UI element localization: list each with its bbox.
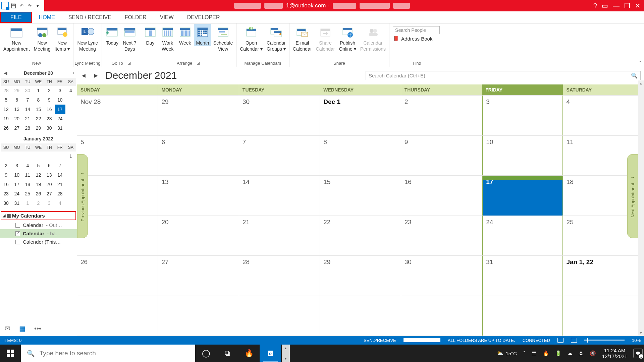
day-cell[interactable]: 29 <box>320 256 401 296</box>
mini-day[interactable]: 29 <box>33 123 44 133</box>
mini-day[interactable]: 2 <box>33 198 44 208</box>
mini-day[interactable]: 20 <box>11 114 22 123</box>
day-cell[interactable]: 9 <box>401 136 482 176</box>
tab-developer[interactable]: DEVELOPER <box>180 11 227 23</box>
calendar-list-item[interactable]: Calendar - Out… <box>0 221 77 229</box>
tray-flame-icon[interactable]: 🔥 <box>543 350 549 356</box>
mini-day[interactable]: 27 <box>44 189 55 198</box>
new-meeting-button[interactable]: New Meeting <box>32 24 53 52</box>
mini-day[interactable]: 30 <box>44 123 55 133</box>
mini-day[interactable]: 3 <box>44 198 55 208</box>
zoom-slider[interactable] <box>584 340 625 341</box>
next-appointment-handle[interactable]: → Next Appointment <box>627 154 638 238</box>
mini-day[interactable]: 5 <box>1 95 11 105</box>
close-button[interactable]: ✕ <box>635 2 641 10</box>
day-cell[interactable]: 15 <box>320 176 401 216</box>
day-cell[interactable]: 8 <box>320 136 401 176</box>
mini-day[interactable] <box>33 152 44 161</box>
day-cell[interactable]: 2 <box>401 96 482 136</box>
mini-day[interactable]: 24 <box>55 114 65 123</box>
new-lync-meeting-button[interactable]: L New Lync Meeting <box>75 24 100 52</box>
mini-day[interactable]: 8 <box>33 95 44 105</box>
mini-day[interactable]: 1 <box>22 198 33 208</box>
mini-day[interactable] <box>44 152 55 161</box>
day-cell[interactable] <box>239 296 320 336</box>
mini-day[interactable]: 11 <box>22 170 33 180</box>
mini-day[interactable]: 4 <box>22 161 33 170</box>
tray-volume-icon[interactable]: 🔇 <box>590 350 596 356</box>
mini-day[interactable]: 30 <box>22 86 33 95</box>
mini-day[interactable]: 9 <box>44 95 55 105</box>
mini-day[interactable]: 28 <box>1 86 11 95</box>
publish-online-button[interactable]: Publish Online ▾ <box>337 24 358 52</box>
taskbar-app-outlook-icon[interactable]: o <box>260 345 281 362</box>
mini-day[interactable]: 3 <box>55 86 65 95</box>
day-cell[interactable]: Dec 1 <box>320 96 401 136</box>
collapse-ribbon-icon[interactable]: ˄ <box>639 60 641 66</box>
previous-appointment-handle[interactable]: ← Previous Appointment <box>77 154 88 238</box>
prev-period-icon[interactable]: ◀ <box>80 71 87 79</box>
tab-file[interactable]: FILE <box>0 12 32 23</box>
month-view-button[interactable]: Month <box>194 24 211 46</box>
mini-day[interactable] <box>22 152 33 161</box>
new-appointment-button[interactable]: New Appointment <box>1 24 32 52</box>
mini-day[interactable]: 6 <box>11 95 22 105</box>
ribbon-display-button[interactable]: ▭ <box>602 2 608 10</box>
undo-icon[interactable]: ↶ <box>18 2 25 9</box>
mini-day[interactable]: 13 <box>11 105 22 114</box>
taskbar-app-flame-icon[interactable]: 🔥 <box>238 345 260 362</box>
mini-day[interactable]: 1 <box>33 86 44 95</box>
day-cell[interactable]: 7 <box>239 136 320 176</box>
month-grid[interactable]: Nov 282930Dec 12345678910111314151617182… <box>77 95 644 336</box>
mini-day[interactable] <box>1 152 11 161</box>
mini-day[interactable]: 21 <box>22 114 33 123</box>
mini-day[interactable]: 23 <box>1 189 11 198</box>
day-cell[interactable] <box>77 296 158 336</box>
dialog-launcher-icon[interactable]: ◢ <box>197 61 200 65</box>
new-items-button[interactable]: New Items ▾ <box>52 24 71 52</box>
taskbar-search-input[interactable]: 🔍 Type here to search <box>21 345 195 362</box>
tray-app-icon[interactable]: 🗔 <box>532 351 537 356</box>
tab-home[interactable]: HOME <box>32 11 62 23</box>
mini-day[interactable]: 4 <box>65 86 76 95</box>
day-cell[interactable]: 5 <box>77 136 158 176</box>
mini-day[interactable]: 30 <box>1 198 11 208</box>
dialog-launcher-icon[interactable]: ◢ <box>128 61 130 65</box>
prev-month-icon[interactable]: ◀ <box>4 71 7 75</box>
mini-day[interactable]: 14 <box>22 105 33 114</box>
next-month-icon[interactable]: ‹ <box>73 71 74 75</box>
day-cell[interactable] <box>77 176 158 216</box>
checkbox-icon[interactable] <box>15 240 20 244</box>
mini-day[interactable]: 24 <box>11 189 22 198</box>
tray-battery-icon[interactable]: 🔋 <box>555 350 561 356</box>
mini-day[interactable]: 4 <box>55 198 65 208</box>
day-view-button[interactable]: Day <box>142 24 159 46</box>
mini-day[interactable]: 21 <box>55 180 65 189</box>
calendar-groups-button[interactable]: Calendar Groups ▾ <box>265 24 288 52</box>
tray-network-icon[interactable]: 🖧 <box>579 351 584 356</box>
checkbox-icon[interactable]: ✓ <box>15 231 20 236</box>
mini-day[interactable]: 13 <box>44 170 55 180</box>
tray-chevron-icon[interactable]: ˄ <box>523 350 526 356</box>
mini-day[interactable]: 17 <box>55 105 65 114</box>
day-cell[interactable]: 30 <box>401 256 482 296</box>
weather-widget[interactable]: ⛅15°C <box>497 350 517 356</box>
open-calendar-button[interactable]: Open Calendar ▾ <box>238 24 265 52</box>
mini-day[interactable]: 12 <box>1 105 11 114</box>
schedule-view-button[interactable]: Schedule View <box>211 24 235 52</box>
day-cell[interactable]: 20 <box>158 216 239 256</box>
search-people-input[interactable]: Search People <box>393 26 440 34</box>
search-icon[interactable]: 🔍 <box>631 72 638 79</box>
day-cell[interactable] <box>563 296 644 336</box>
mini-day[interactable]: 2 <box>44 86 55 95</box>
vertical-scrollbar[interactable]: ▴▾ <box>638 80 644 336</box>
mini-day[interactable]: 17 <box>11 180 22 189</box>
today-button[interactable]: Today <box>103 24 121 46</box>
day-cell[interactable]: 23 <box>401 216 482 256</box>
search-calendar-input[interactable]: Search Calendar (Ctrl+E) 🔍 <box>366 71 641 80</box>
day-cell[interactable]: 13 <box>158 176 239 216</box>
mini-day[interactable]: 14 <box>55 170 65 180</box>
mini-day[interactable]: 6 <box>44 161 55 170</box>
mail-nav-icon[interactable]: ✉ <box>5 324 10 333</box>
day-cell[interactable]: 3 <box>482 96 563 136</box>
